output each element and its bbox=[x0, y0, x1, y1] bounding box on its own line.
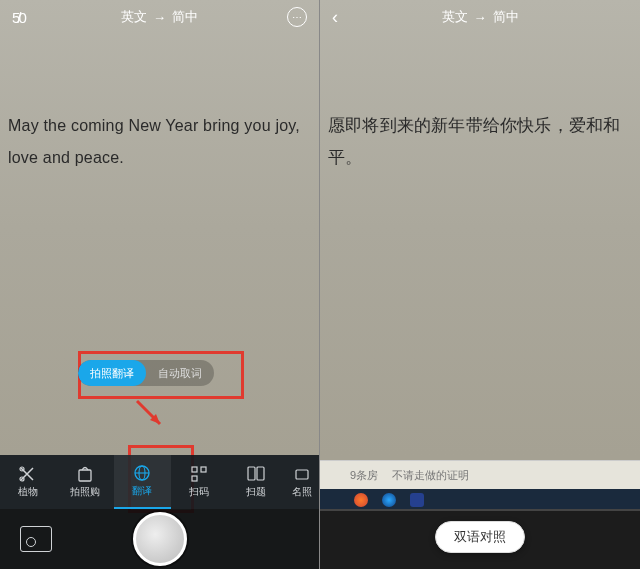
svg-rect-13 bbox=[296, 470, 308, 479]
scissors-icon bbox=[17, 465, 39, 483]
result-header: ‹ 英文 → 简中 bbox=[320, 0, 640, 34]
svg-line-0 bbox=[137, 401, 160, 424]
toggle-photo-translate[interactable]: 拍照翻译 bbox=[78, 360, 146, 386]
tool-card[interactable]: 名照 bbox=[285, 455, 319, 509]
language-switch[interactable]: 英文 → 简中 bbox=[121, 8, 198, 26]
toggle-auto-word[interactable]: 自动取词 bbox=[146, 360, 214, 386]
desktop-taskbar bbox=[320, 489, 640, 511]
tool-label: 拍照购 bbox=[70, 485, 100, 499]
camera-header: 5/0 英文 → 简中 ⋯ bbox=[0, 0, 319, 34]
desktop-taskbar-hint: 9条房 不请走做的证明 bbox=[320, 460, 640, 489]
svg-marker-1 bbox=[150, 414, 160, 424]
annotation-arrow bbox=[132, 396, 172, 436]
language-switch[interactable]: 英文 → 简中 bbox=[442, 8, 519, 26]
left-screen: 5/0 英文 → 简中 ⋯ May the coming New Year br… bbox=[0, 0, 320, 569]
tool-label: 扫码 bbox=[189, 485, 209, 499]
back-icon[interactable]: ‹ bbox=[332, 7, 338, 28]
tool-scan-code[interactable]: 扫码 bbox=[171, 455, 228, 509]
tool-label: 扫题 bbox=[246, 485, 266, 499]
tool-scan-question[interactable]: 扫题 bbox=[228, 455, 285, 509]
lang-from: 英文 bbox=[442, 8, 468, 26]
id-icon bbox=[291, 465, 313, 483]
lang-from: 英文 bbox=[121, 8, 147, 26]
book-icon bbox=[245, 465, 267, 483]
more-icon[interactable]: ⋯ bbox=[287, 7, 307, 27]
svg-rect-8 bbox=[192, 467, 197, 472]
right-screen: ‹ 英文 → 简中 愿即将到来的新年带给你快乐，爱和和平。 9条房 不请走做的证… bbox=[320, 0, 640, 569]
bilingual-button[interactable]: 双语对照 bbox=[435, 521, 525, 553]
qr-icon bbox=[188, 465, 210, 483]
gallery-icon[interactable] bbox=[20, 526, 52, 552]
tool-plant[interactable]: 植物 bbox=[0, 455, 57, 509]
svg-rect-11 bbox=[248, 467, 255, 480]
taskbar-icon bbox=[354, 493, 368, 507]
flash-icon[interactable]: 5/0 bbox=[12, 9, 24, 26]
bag-icon bbox=[74, 465, 96, 483]
camera-toolbar: 植物 拍照购 翻译 扫码 扫题 名照 bbox=[0, 455, 319, 509]
translated-text: 愿即将到来的新年带给你快乐，爱和和平。 bbox=[328, 110, 640, 175]
tool-shop[interactable]: 拍照购 bbox=[57, 455, 114, 509]
taskbar-icon bbox=[382, 493, 396, 507]
shutter-button[interactable] bbox=[133, 512, 187, 566]
arrow-right-icon: → bbox=[153, 10, 166, 25]
svg-rect-12 bbox=[257, 467, 264, 480]
tool-label: 翻译 bbox=[132, 484, 152, 498]
arrow-right-icon: → bbox=[474, 10, 487, 25]
svg-rect-10 bbox=[192, 476, 197, 481]
globe-icon bbox=[131, 464, 153, 482]
tool-label: 名照 bbox=[292, 485, 312, 499]
band-item: 不请走做的证明 bbox=[392, 468, 469, 483]
lang-to: 简中 bbox=[493, 8, 519, 26]
tool-label: 植物 bbox=[18, 485, 38, 499]
mode-toggle[interactable]: 拍照翻译 自动取词 bbox=[78, 360, 214, 386]
taskbar-icon bbox=[410, 493, 424, 507]
shutter-bar bbox=[0, 509, 319, 569]
tool-translate[interactable]: 翻译 bbox=[114, 455, 171, 509]
svg-rect-4 bbox=[79, 470, 91, 481]
lang-to: 简中 bbox=[172, 8, 198, 26]
svg-rect-9 bbox=[201, 467, 206, 472]
source-text: May the coming New Year bring you joy, l… bbox=[8, 110, 319, 174]
band-item: 9条房 bbox=[350, 468, 378, 483]
